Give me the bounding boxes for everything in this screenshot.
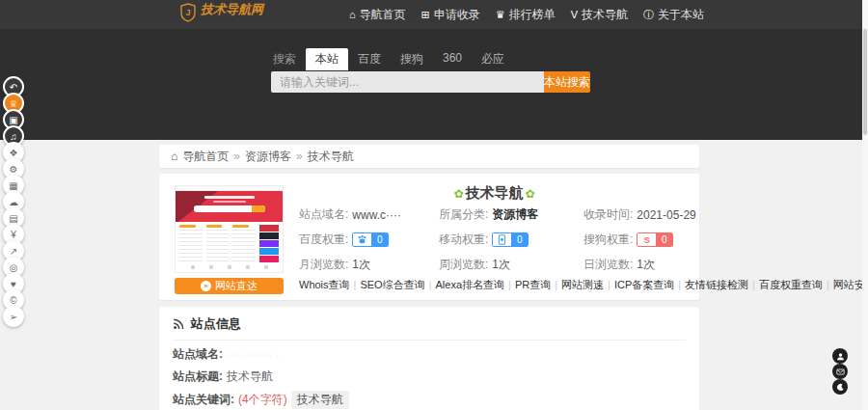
user-button[interactable]	[832, 348, 848, 364]
nav-item-label: 排行榜单	[509, 7, 556, 23]
keyword-tag: 技术导航	[291, 391, 349, 409]
search-bar: 本站搜索	[271, 71, 590, 93]
search-tab[interactable]: 百度	[348, 48, 391, 70]
search-tabs: 搜索 本站 百度 搜狗 360 必应	[271, 51, 590, 70]
site-meta: 站点域名:www.c···· 所属分类:资源博客 收录时间:2021-05-29…	[299, 206, 690, 273]
breadcrumb: ⌂ 导航首页 » 资源博客 » 技术导航	[159, 145, 699, 168]
search-panel: 搜索 本站 百度 搜狗 360 必应 本站搜索	[271, 51, 590, 93]
nav-item[interactable]: ⓘ 关于本站	[643, 7, 704, 23]
sogou-weight-badge[interactable]: S 0	[637, 232, 673, 247]
blurred-domain: ··· ········ ·	[227, 348, 280, 362]
site-thumbnail[interactable]	[175, 185, 284, 273]
flower-icon: ✿	[526, 187, 535, 201]
info-icon: ⓘ	[643, 8, 654, 22]
document-icon: ▤	[9, 213, 17, 224]
baidu-paw-icon	[353, 233, 371, 246]
seo-tool-link[interactable]: PR查询	[515, 279, 561, 290]
search-tab[interactable]: 必应	[472, 48, 514, 70]
seo-tool-link[interactable]: Alexa排名查询	[436, 279, 515, 290]
mobile-weight-badge[interactable]: 0	[492, 232, 529, 247]
nav-item-label: 技术导航	[582, 7, 628, 23]
copyright-icon: ©	[10, 295, 16, 306]
nav-item[interactable]: ⌂ 导航首页	[349, 7, 406, 23]
seo-tool-link[interactable]: SEO综合查询	[360, 279, 435, 290]
scrollbar[interactable]	[862, 0, 868, 410]
mail-icon	[836, 368, 845, 376]
nav-item-label: 导航首页	[360, 7, 406, 23]
content: ⌂ 导航首页 » 资源博客 » 技术导航	[159, 145, 699, 410]
undo-icon: ↶	[10, 82, 17, 93]
nav-item[interactable]: V 技术导航	[571, 7, 628, 23]
info-domain-row: 站点域名: ··· ········ ·	[173, 346, 686, 363]
apply-icon: ⊞	[421, 9, 430, 21]
site-info-heading: 站点信息	[173, 315, 686, 341]
svg-text:J: J	[185, 8, 190, 17]
side-dock: ↶ ♕ ▣ ♫ ❖ ⚙ ▦	[3, 76, 28, 322]
bird-icon: ❖	[10, 148, 18, 158]
scrollbar-thumb[interactable]	[863, 29, 867, 135]
site-info-card: 站点信息 站点域名: ··· ········ · 站点标题: 技术导航 站点关…	[159, 307, 699, 410]
music-icon: ♫	[10, 131, 17, 142]
breadcrumb-separator: »	[233, 150, 240, 163]
thumb-hero	[176, 191, 283, 222]
video-icon: ▣	[9, 115, 17, 125]
gear-icon: ⚙	[10, 164, 18, 175]
paper-plane-icon: ➢	[10, 312, 17, 322]
header: J 技术导航网 · · · · · ⌂ 导航首页 ⊞ 申请收录	[0, 0, 868, 140]
nav-item[interactable]: ⊞ 申请收录	[421, 7, 480, 23]
breadcrumb-home[interactable]: 导航首页	[182, 149, 229, 165]
seo-tool-link[interactable]: Whois查询	[299, 279, 360, 290]
search-input[interactable]	[271, 71, 544, 93]
baidu-weight-badge[interactable]: 0	[352, 232, 389, 247]
search-tabs-label: 搜索	[271, 51, 306, 70]
currency-yuan-icon: ¥	[11, 230, 16, 240]
site-card: » 网站直达 ✿技术导航✿ 站点域名:www.c···· 所属分类:资源博客 收…	[159, 174, 699, 300]
seo-tool-link[interactable]: 百度权重查询	[759, 279, 833, 290]
breadcrumb-current: 技术导航	[308, 149, 354, 165]
arrow-circle-icon: »	[201, 281, 211, 291]
date-value: 2021-05-29	[637, 208, 695, 222]
dock-button[interactable]: ➢	[3, 306, 24, 327]
search-tab[interactable]: 360	[433, 48, 472, 70]
baidu-mobile-icon	[493, 233, 511, 246]
seo-tool-link[interactable]: ICP备案查询	[614, 279, 685, 290]
home-icon: ⌂	[171, 150, 177, 163]
floating-actions	[832, 348, 849, 395]
nav-item-label: 申请收录	[434, 7, 480, 23]
seo-tool-link[interactable]: 网站测速	[561, 279, 614, 290]
v-icon: V	[571, 9, 578, 20]
moon-icon	[836, 383, 845, 392]
search-tab[interactable]: 本站	[306, 48, 348, 70]
shield-logo-icon: J	[179, 3, 197, 22]
monthly-views: 1次	[352, 257, 370, 273]
domain-value: www.c····	[352, 208, 401, 222]
user-icon	[836, 352, 845, 361]
seo-tool-link[interactable]: 友情链接检测	[685, 279, 759, 290]
trend-chart-icon: ↗	[10, 246, 17, 257]
main-nav: ⌂ 导航首页 ⊞ 申请收录 ♛ 排行榜单 V 技术导航	[349, 0, 704, 29]
compass-icon: ◎	[10, 262, 18, 273]
breadcrumb-separator: »	[296, 150, 303, 163]
breadcrumb-category[interactable]: 资源博客	[245, 149, 291, 165]
feed-icon	[173, 318, 184, 330]
apps-grid-icon: ▦	[9, 180, 17, 191]
search-button[interactable]: 本站搜索	[544, 71, 590, 93]
site-title: ✿技术导航✿	[299, 184, 690, 203]
message-button[interactable]	[832, 364, 848, 379]
site-logo[interactable]: J 技术导航网 · · · · ·	[179, 3, 263, 22]
info-title-row: 站点标题: 技术导航	[173, 369, 686, 385]
crown-icon: ♕	[10, 98, 18, 109]
info-title-value: 技术导航	[227, 369, 273, 385]
page: J 技术导航网 · · · · · ⌂ 导航首页 ⊞ 申请收录	[0, 0, 868, 410]
category-value[interactable]: 资源博客	[492, 206, 538, 223]
search-tab[interactable]: 搜狗	[391, 48, 433, 70]
heart-icon: ♥	[11, 279, 16, 289]
keywords-count: (4个字符)	[238, 392, 287, 408]
seo-tools-links: Whois查询SEO综合查询Alexa排名查询PR查询网站测速ICP备案查询友情…	[299, 278, 693, 292]
nav-item[interactable]: ♛ 排行榜单	[496, 7, 556, 23]
logo-subtext: · · · · ·	[197, 16, 263, 22]
visit-site-button[interactable]: » 网站直达	[175, 278, 284, 294]
cloud-icon: ☁	[9, 197, 18, 207]
daily-views: 1次	[637, 257, 655, 273]
theme-button[interactable]	[832, 379, 848, 395]
